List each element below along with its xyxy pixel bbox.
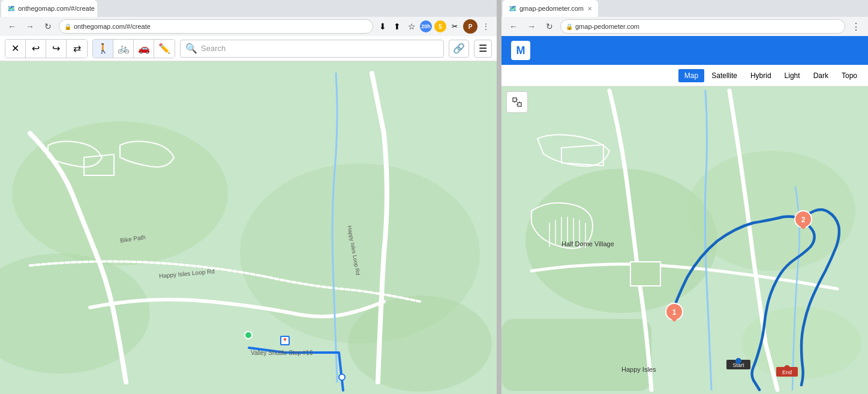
extension-icons: ⬇ ⬆ ☆ 20h 5 ✂ P ⋮ — [377, 19, 492, 34]
chrome-menu-icon[interactable]: ⋮ — [480, 20, 492, 32]
map-type-map[interactable]: Map — [678, 69, 704, 82]
map-toolbar: ✕ ↩ ↪ ⇄ 🚶 🚲 🚗 ✏️ 🔍 Search 🔗 ☰ — [0, 36, 497, 61]
right-tab-label: gmap-pedometer.com — [519, 5, 584, 12]
map-type-light[interactable]: Light — [779, 69, 806, 82]
search-placeholder: Search — [201, 44, 226, 53]
right-browser-panel: 🗺️ gmap-pedometer.com ✕ ← → ↻ 🔒 gmap-ped… — [501, 0, 868, 394]
undo-button[interactable]: ↩ — [26, 40, 46, 58]
right-lock-icon: 🔒 — [566, 23, 573, 30]
walk-mode-button[interactable]: 🚶 — [93, 40, 113, 58]
map-type-satellite[interactable]: Satellite — [705, 69, 743, 82]
panel-divider[interactable] — [497, 0, 501, 394]
tab-favicon: 🗺️ — [7, 5, 16, 13]
right-ext-icons: ⋮ — [849, 20, 863, 34]
svg-text:2: 2 — [801, 216, 806, 224]
right-map-area[interactable]: 1 2 Start End Half Dome Village Happy Is… — [501, 86, 868, 394]
left-active-tab[interactable]: 🗺️ onthegomap.com/#/create ✕ — [1, 0, 97, 17]
profile-avatar[interactable]: P — [463, 19, 477, 34]
left-browser-panel: 🗺️ onthegomap.com/#/create ✕ ← → ↻ 🔒 ont… — [0, 0, 497, 394]
svg-point-6 — [525, 169, 717, 313]
reload-button[interactable]: ↻ — [41, 19, 55, 34]
svg-point-20 — [784, 365, 790, 371]
five-icon[interactable]: 5 — [434, 20, 446, 32]
svg-rect-10 — [630, 262, 660, 286]
direction-button[interactable]: ⇄ — [67, 40, 87, 58]
svg-point-17 — [735, 358, 741, 364]
search-bar[interactable]: 🔍 Search — [180, 40, 444, 58]
waypoint-dot — [338, 374, 346, 381]
gmap-header: M — [501, 36, 868, 65]
url-text: onthegomap.com/#/create — [74, 23, 151, 30]
close-button[interactable]: ✕ — [5, 40, 26, 58]
bike-mode-button[interactable]: 🚲 — [113, 40, 134, 58]
tab-label: onthegomap.com/#/create — [18, 5, 95, 12]
redo-button[interactable]: ↪ — [46, 40, 67, 58]
gmap-logo-letter: M — [516, 44, 525, 57]
svg-point-1 — [12, 121, 228, 265]
left-tab-strip: 🗺️ onthegomap.com/#/create ✕ — [0, 0, 497, 17]
search-icon: 🔍 — [185, 43, 197, 54]
left-map-area[interactable]: Bike Path Happy Isles Loop Rd Happy Isle… — [0, 61, 497, 394]
right-active-tab[interactable]: 🗺️ gmap-pedometer.com ✕ — [503, 0, 598, 17]
download-ext-icon[interactable]: ⬇ — [377, 20, 389, 32]
map-type-hybrid[interactable]: Hybrid — [744, 69, 777, 82]
star-icon[interactable]: ☆ — [406, 20, 418, 32]
right-tab-strip: 🗺️ gmap-pedometer.com ✕ — [501, 0, 868, 17]
left-nav-bar: ← → ↻ 🔒 onthegomap.com/#/create ⬇ ⬆ ☆ 20… — [0, 17, 497, 36]
menu-button[interactable]: ☰ — [474, 40, 492, 58]
svg-point-7 — [687, 151, 855, 271]
right-back-button[interactable]: ← — [506, 19, 521, 34]
svg-point-4 — [348, 296, 492, 392]
calendar-ext-icon[interactable]: 20h — [420, 20, 432, 32]
right-nav-bar: ← → ↻ 🔒 gmap-pedometer.com ⋮ — [501, 17, 868, 36]
right-url-text: gmap-pedometer.com — [575, 23, 639, 30]
forward-button[interactable]: → — [23, 19, 37, 34]
happy-isles-label: Happy Isles — [621, 366, 656, 373]
right-tab-favicon: 🗺️ — [509, 5, 517, 13]
scissors-icon[interactable]: ✂ — [449, 20, 461, 32]
draw-mode-button[interactable]: ✏️ — [154, 40, 175, 58]
left-browser-chrome: 🗺️ onthegomap.com/#/create ✕ ← → ↻ 🔒 ont… — [0, 0, 497, 36]
share-icon[interactable]: ⬆ — [391, 20, 403, 32]
left-address-bar[interactable]: 🔒 onthegomap.com/#/create — [59, 19, 373, 34]
gmap-logo: M — [511, 41, 530, 60]
edit-tools: ✕ ↩ ↪ ⇄ — [5, 39, 88, 58]
right-reload-button[interactable]: ↻ — [542, 19, 557, 34]
link-button[interactable]: 🔗 — [449, 40, 469, 58]
right-browser-chrome: 🗺️ gmap-pedometer.com ✕ ← → ↻ 🔒 gmap-ped… — [501, 0, 868, 36]
map-type-controls: Map Satellite Hybrid Light Dark Topo — [501, 65, 868, 86]
right-tab-close-btn[interactable]: ✕ — [587, 5, 592, 12]
right-map-svg: 1 2 Start End — [501, 86, 868, 394]
fit-screen-button[interactable] — [506, 91, 528, 113]
right-forward-button[interactable]: → — [524, 19, 539, 34]
svg-rect-21 — [513, 98, 516, 102]
svg-rect-22 — [518, 103, 521, 106]
back-button[interactable]: ← — [5, 19, 19, 34]
map-type-dark[interactable]: Dark — [807, 69, 834, 82]
svg-text:1: 1 — [672, 308, 677, 317]
right-address-bar[interactable]: 🔒 gmap-pedometer.com — [560, 19, 845, 34]
start-dot — [244, 331, 253, 339]
svg-rect-8 — [501, 319, 651, 391]
route-pin: 📍 — [280, 336, 290, 345]
half-dome-label: Half Dome Village — [561, 240, 614, 248]
transport-tools: 🚶 🚲 🚗 ✏️ — [92, 39, 175, 58]
lock-icon: 🔒 — [64, 23, 71, 30]
car-mode-button[interactable]: 🚗 — [134, 40, 154, 58]
left-map-svg — [0, 61, 497, 394]
right-chrome-menu[interactable]: ⋮ — [849, 20, 863, 34]
map-type-topo[interactable]: Topo — [836, 69, 863, 82]
